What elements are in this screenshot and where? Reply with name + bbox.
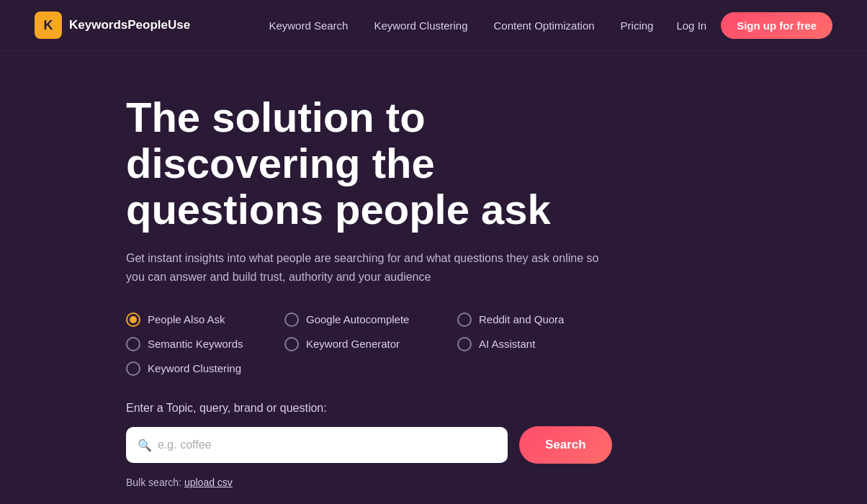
radio-google-autocomplete[interactable]: Google Autocomplete: [284, 312, 457, 327]
nav-keyword-search[interactable]: Keyword Search: [269, 19, 348, 32]
hero-title: The solution to discovering the question…: [126, 94, 630, 232]
radio-ai-assistant[interactable]: AI Assistant: [457, 337, 616, 351]
radio-circle-people-also-ask: [126, 312, 140, 327]
radio-reddit-quora[interactable]: Reddit and Quora: [457, 312, 616, 327]
radio-label-keyword-clustering: Keyword Clustering: [148, 362, 241, 374]
radio-circle-keyword-generator: [284, 337, 299, 351]
radio-circle-keyword-clustering: [126, 361, 140, 376]
bulk-search-text: Bulk search:: [126, 477, 181, 488]
search-icon: 🔍: [138, 438, 152, 451]
radio-circle-reddit-quora: [457, 312, 472, 327]
radio-circle-google-autocomplete: [284, 312, 299, 327]
navbar: K KeywordsPeopleUse Keyword Search Keywo…: [0, 0, 867, 51]
hero-section: The solution to discovering the question…: [0, 51, 867, 504]
radio-label-google-autocomplete: Google Autocomplete: [306, 313, 409, 325]
radio-semantic-keywords[interactable]: Semantic Keywords: [126, 337, 284, 351]
hero-subtitle: Get instant insights into what people ar…: [126, 249, 601, 286]
radio-keyword-generator[interactable]: Keyword Generator: [284, 337, 457, 351]
search-label: Enter a Topic, query, brand or question:: [126, 402, 832, 415]
bulk-search-area: Bulk search: upload csv: [126, 477, 832, 488]
radio-label-ai-assistant: AI Assistant: [479, 338, 535, 350]
search-button[interactable]: Search: [519, 426, 612, 464]
search-row: 🔍 Search: [126, 426, 832, 464]
logo-icon: K: [35, 12, 62, 39]
nav-content-optimization[interactable]: Content Optimization: [494, 19, 595, 32]
search-input[interactable]: [126, 427, 508, 463]
nav-links: Keyword Search Keyword Clustering Conten…: [269, 19, 653, 32]
login-link[interactable]: Log In: [676, 19, 706, 32]
radio-people-also-ask[interactable]: People Also Ask: [126, 312, 284, 327]
radio-circle-ai-assistant: [457, 337, 472, 351]
brand-name: KeywordsPeopleUse: [69, 18, 190, 32]
search-input-wrapper: 🔍: [126, 427, 508, 463]
logo-area: K KeywordsPeopleUse: [35, 12, 190, 39]
nav-pricing[interactable]: Pricing: [621, 19, 654, 32]
radio-label-keyword-generator: Keyword Generator: [306, 338, 400, 350]
signup-button[interactable]: Sign up for free: [721, 12, 832, 39]
upload-csv-link[interactable]: upload csv: [184, 477, 233, 488]
nav-keyword-clustering[interactable]: Keyword Clustering: [374, 19, 467, 32]
radio-label-reddit-quora: Reddit and Quora: [479, 313, 564, 325]
radio-keyword-clustering[interactable]: Keyword Clustering: [126, 361, 284, 376]
radio-label-semantic-keywords: Semantic Keywords: [148, 338, 243, 350]
radio-circle-semantic-keywords: [126, 337, 140, 351]
radio-options-grid: People Also Ask Google Autocomplete Redd…: [126, 312, 832, 376]
radio-label-people-also-ask: People Also Ask: [148, 313, 225, 325]
